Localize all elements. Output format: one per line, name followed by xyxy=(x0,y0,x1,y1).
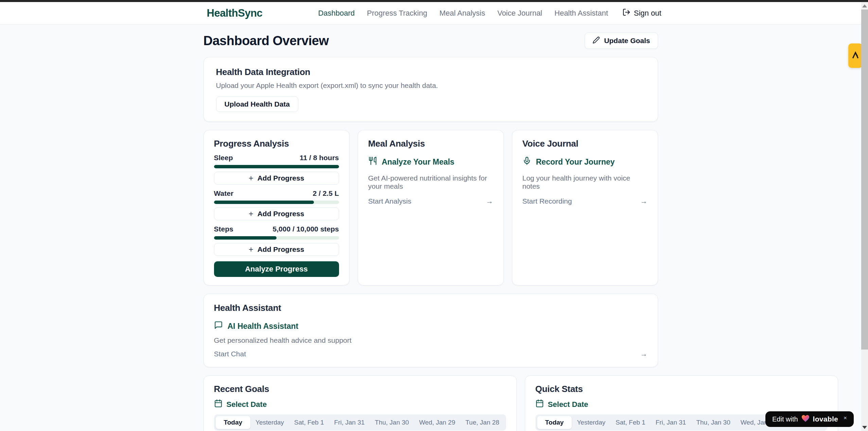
arrow-right-icon: → xyxy=(640,350,648,358)
card-title: Voice Journal xyxy=(522,138,648,149)
main-nav: Dashboard Progress Tracking Meal Analysi… xyxy=(318,8,661,18)
steps-progress-bar xyxy=(214,236,339,240)
calendar-icon xyxy=(535,399,544,410)
card-title: Meal Analysis xyxy=(368,138,493,149)
utensils-icon xyxy=(368,156,377,167)
card-description: Upload your Apple Health export (export.… xyxy=(216,81,645,90)
nav-health-assistant[interactable]: Health Assistant xyxy=(554,9,608,18)
analyze-progress-button[interactable]: Analyze Progress xyxy=(214,261,339,277)
sleep-progress-bar xyxy=(214,165,339,168)
heart-icon xyxy=(801,415,810,424)
upload-health-data-button[interactable]: Upload Health Data xyxy=(216,96,299,112)
add-progress-sleep-button[interactable]: + Add Progress xyxy=(214,172,339,185)
tab-thu-jan-30[interactable]: Thu, Jan 30 xyxy=(370,416,414,429)
card-title: Progress Analysis xyxy=(214,138,339,149)
plus-icon: + xyxy=(249,210,253,218)
tab-today[interactable]: Today xyxy=(537,416,572,429)
pencil-icon xyxy=(592,36,600,45)
select-date-button[interactable]: Select Date xyxy=(535,399,828,410)
tab-fri-jan-31[interactable]: Fri, Jan 31 xyxy=(329,416,370,429)
card-description: Get AI-powered nutritional insights for … xyxy=(368,174,493,190)
scroll-down-button[interactable] xyxy=(861,424,868,431)
progress-item-steps: Steps 5,000 / 10,000 steps + Add Progres… xyxy=(214,225,339,256)
tab-wed-jan-29[interactable]: Wed, Jan 29 xyxy=(414,416,460,429)
brand-logo[interactable]: HealthSync xyxy=(207,7,263,19)
start-analysis-link[interactable]: Start Analysis → xyxy=(368,197,493,205)
microphone-icon xyxy=(522,156,531,167)
sign-out-button[interactable]: Sign out xyxy=(622,8,661,18)
tab-today[interactable]: Today xyxy=(216,416,251,429)
card-description: Get personalized health advice and suppo… xyxy=(214,336,648,344)
triangle-up-icon xyxy=(862,4,867,7)
scrollbar-thumb[interactable] xyxy=(861,10,868,350)
card-title: Quick Stats xyxy=(535,384,828,394)
lovable-logo-icon xyxy=(851,50,860,61)
nav-dashboard[interactable]: Dashboard xyxy=(318,9,355,18)
select-date-button[interactable]: Select Date xyxy=(214,399,506,410)
recent-goals-card: Recent Goals Select Date Today Yesterday… xyxy=(203,375,517,431)
meal-analysis-card: Meal Analysis Analyze Your Meals Get AI-… xyxy=(358,130,504,285)
update-goals-button[interactable]: Update Goals xyxy=(585,33,658,49)
nav-progress-tracking[interactable]: Progress Tracking xyxy=(367,9,427,18)
tab-thu-jan-30[interactable]: Thu, Jan 30 xyxy=(691,416,735,429)
tab-yesterday[interactable]: Yesterday xyxy=(572,416,610,429)
record-your-journey-link[interactable]: Record Your Journey xyxy=(522,156,648,167)
health-data-integration-card: Health Data Integration Upload your Appl… xyxy=(203,57,658,122)
arrow-right-icon: → xyxy=(640,197,648,205)
progress-value: 5,000 / 10,000 steps xyxy=(273,225,339,233)
card-title: Health Assistant xyxy=(214,303,648,313)
tab-sat-feb-1[interactable]: Sat, Feb 1 xyxy=(289,416,329,429)
nav-voice-journal[interactable]: Voice Journal xyxy=(497,9,542,18)
top-nav: HealthSync Dashboard Progress Tracking M… xyxy=(0,2,868,24)
chat-bubble-icon xyxy=(214,321,223,332)
add-progress-water-button[interactable]: + Add Progress xyxy=(214,207,339,220)
progress-item-water: Water 2 / 2.5 L + Add Progress xyxy=(214,189,339,220)
edit-with-lovable-badge[interactable]: Edit with lovable × xyxy=(765,411,854,427)
progress-label: Water xyxy=(214,189,234,198)
ai-health-assistant-link[interactable]: AI Health Assistant xyxy=(214,321,648,332)
card-title: Recent Goals xyxy=(214,384,506,394)
close-icon[interactable]: × xyxy=(844,415,847,421)
progress-label: Sleep xyxy=(214,154,233,162)
health-assistant-card: Health Assistant AI Health Assistant Get… xyxy=(203,294,658,367)
scroll-up-button[interactable] xyxy=(861,2,868,10)
plus-icon: + xyxy=(249,245,253,254)
progress-analysis-card: Progress Analysis Sleep 11 / 8 hours + A… xyxy=(203,130,350,285)
water-progress-bar xyxy=(214,201,339,204)
progress-label: Steps xyxy=(214,225,233,233)
progress-item-sleep: Sleep 11 / 8 hours + Add Progress xyxy=(214,154,339,185)
analyze-your-meals-link[interactable]: Analyze Your Meals xyxy=(368,156,493,167)
page-title: Dashboard Overview xyxy=(203,34,329,48)
tab-fri-jan-31[interactable]: Fri, Jan 31 xyxy=(651,416,691,429)
plus-icon: + xyxy=(249,174,253,182)
logout-icon xyxy=(622,8,631,18)
tab-sat-feb-1[interactable]: Sat, Feb 1 xyxy=(610,416,651,429)
add-progress-steps-button[interactable]: + Add Progress xyxy=(214,243,339,256)
arrow-right-icon: → xyxy=(486,197,493,205)
tab-tue-jan-28[interactable]: Tue, Jan 28 xyxy=(460,416,504,429)
start-recording-link[interactable]: Start Recording → xyxy=(522,197,648,205)
progress-value: 2 / 2.5 L xyxy=(313,189,339,198)
lovable-floating-button[interactable] xyxy=(848,43,863,68)
nav-meal-analysis[interactable]: Meal Analysis xyxy=(439,9,485,18)
card-description: Log your health journey with voice notes xyxy=(522,174,648,190)
start-chat-link[interactable]: Start Chat → xyxy=(214,350,648,358)
date-tab-bar: Today Yesterday Sat, Feb 1 Fri, Jan 31 T… xyxy=(214,414,506,431)
triangle-down-icon xyxy=(862,426,867,429)
calendar-icon xyxy=(214,399,223,410)
card-title: Health Data Integration xyxy=(216,67,645,77)
progress-value: 11 / 8 hours xyxy=(300,154,339,162)
vertical-scrollbar[interactable] xyxy=(861,2,868,431)
voice-journal-card: Voice Journal Record Your Journey Log yo… xyxy=(512,130,658,285)
tab-yesterday[interactable]: Yesterday xyxy=(250,416,289,429)
